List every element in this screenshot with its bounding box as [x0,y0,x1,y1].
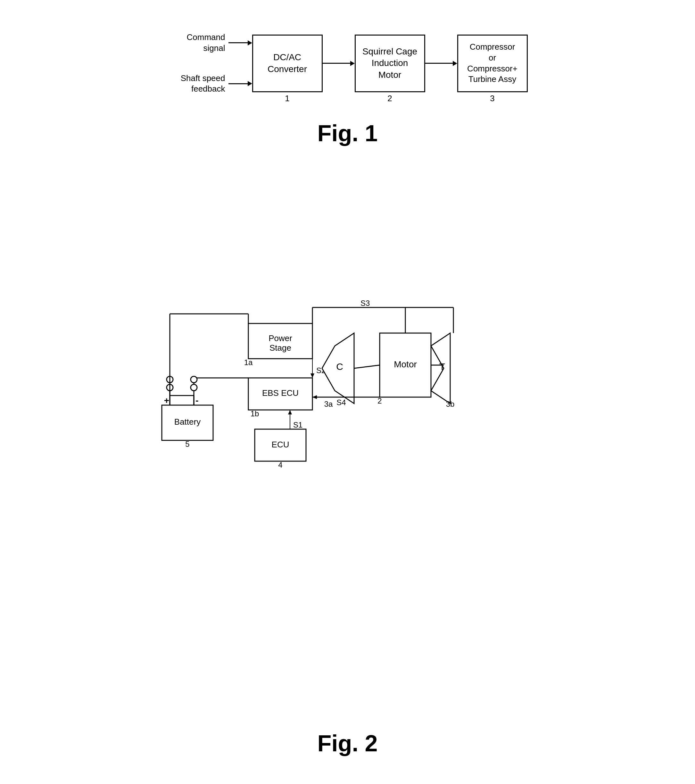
svg-text:4: 4 [278,461,282,469]
svg-text:+: + [164,395,169,405]
svg-text:S4: S4 [337,398,346,407]
svg-text:2: 2 [378,397,381,405]
svg-text:3b: 3b [446,400,454,408]
fig1-container: Command signal Shaft speed feedback DC/A… [19,19,676,147]
fig2-container: Battery + - [19,250,676,756]
shaft-arrow [228,81,252,86]
svg-text:1a: 1a [244,358,253,367]
svg-text:ECU: ECU [271,440,289,449]
connector-1-2 [323,61,355,66]
inputs-area: Command signal Shaft speed feedback [168,32,252,94]
fig1-diagram: Command signal Shaft speed feedback DC/A… [19,32,676,94]
block-compressor: CompressororCompressor+Turbine Assy 3 [457,35,528,92]
svg-text:Motor: Motor [394,359,417,369]
command-arrow [228,40,252,46]
command-signal-row: Command signal [168,32,252,54]
svg-text:3a: 3a [324,400,333,408]
block-dcac-label: DC/ACConverter [267,51,307,75]
shaft-speed-row: Shaft speed feedback [168,73,252,95]
svg-point-15 [191,384,197,391]
fig2-connections-svg: Battery + - [155,263,540,487]
command-signal-label: Command signal [168,32,225,54]
block-motor: Squirrel CageInductionMotor 2 [355,35,425,92]
svg-text:T: T [439,361,445,372]
svg-marker-49 [312,395,317,399]
svg-line-38 [354,365,380,368]
shaft-speed-label: Shaft speed feedback [168,73,225,95]
svg-text:Power: Power [269,333,292,343]
fig2-diagram: Battery + - [155,263,540,487]
block-motor-number: 2 [387,93,392,104]
svg-text:S1: S1 [293,420,302,429]
block-motor-label: Squirrel CageInductionMotor [362,46,417,81]
block-compressor-number: 3 [490,93,494,104]
svg-text:5: 5 [185,440,189,448]
svg-marker-29 [288,410,292,414]
block-dcac: DC/ACConverter 1 [252,35,323,92]
svg-text:EBS ECU: EBS ECU [262,388,298,398]
svg-text:1b: 1b [250,409,259,418]
fig2-title: Fig. 2 [19,730,676,756]
svg-marker-32 [310,374,314,378]
svg-text:Stage: Stage [269,343,291,352]
connector-2-3 [425,61,457,66]
block-dcac-number: 1 [285,93,289,104]
svg-text:C: C [336,361,343,372]
svg-text:-: - [195,395,198,405]
block-compressor-label: CompressororCompressor+Turbine Assy [467,42,517,85]
svg-text:S3: S3 [360,299,370,308]
svg-point-16 [191,376,197,383]
svg-text:Battery: Battery [174,417,200,427]
fig1-title: Fig. 1 [19,120,676,147]
